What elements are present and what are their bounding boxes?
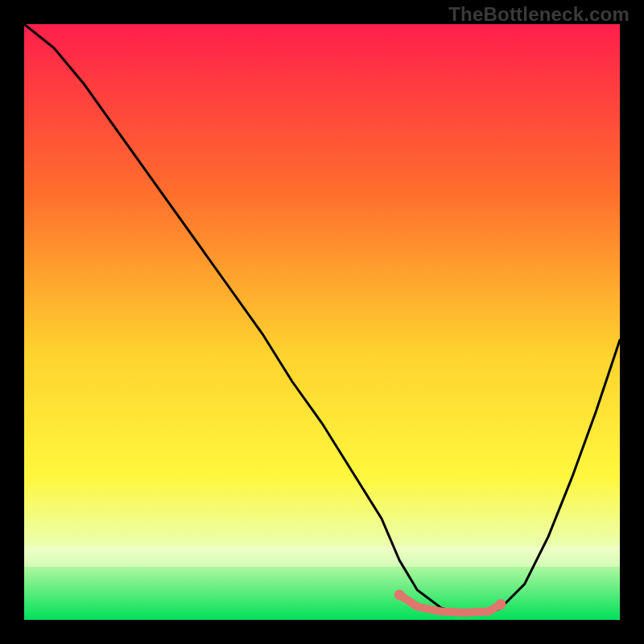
pale-band [24,546,620,567]
optimal-range-end-dot [496,599,506,609]
plot-area [24,24,620,620]
gradient-background [24,24,620,620]
chart-frame: TheBottleneck.com [0,0,644,644]
chart-svg [24,24,620,620]
optimal-range-start-dot [394,589,405,600]
watermark-text: TheBottleneck.com [448,3,630,26]
